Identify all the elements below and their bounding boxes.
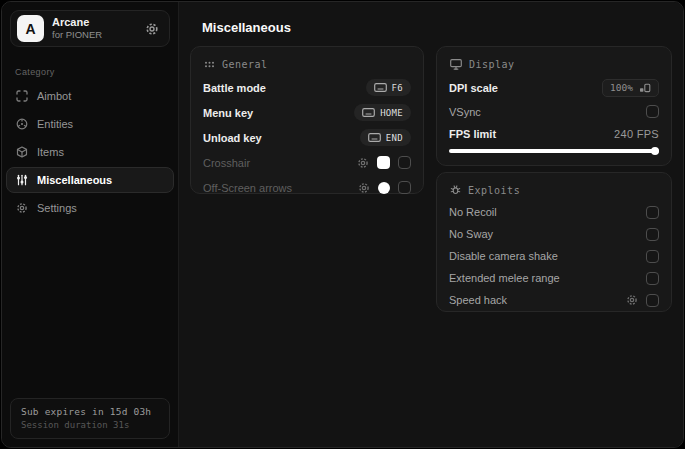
sidebar-item-label: Aimbot	[37, 90, 71, 102]
setting-row-disable-camera-shake: Disable camera shake	[449, 245, 659, 267]
gear-icon	[16, 202, 28, 214]
setting-row-speed-hack: Speed hack	[449, 289, 659, 311]
exploits-panel: Exploits No Recoil No Sway Disable camer…	[436, 172, 672, 312]
setting-controls	[626, 294, 659, 307]
keybind-badge[interactable]: END	[360, 129, 411, 146]
category-label: Category	[15, 67, 178, 77]
logo-letter: A	[25, 21, 35, 37]
keyboard-icon	[362, 108, 375, 117]
panel-header-label: Display	[469, 59, 515, 70]
display-panel: Display DPI scale 100% VSync FPS limit 2…	[436, 46, 672, 166]
panel-header-label: General	[222, 59, 268, 70]
crosshair-checkbox[interactable]	[398, 156, 411, 169]
setting-label: DPI scale	[449, 82, 498, 94]
sidebar-item-entities[interactable]: Entities	[6, 111, 174, 137]
setting-label: Speed hack	[449, 294, 507, 306]
setting-row-battle-mode: Battle mode F6	[203, 75, 411, 100]
app-logo: A	[17, 15, 44, 42]
dpi-scale-value: 100%	[610, 82, 633, 93]
setting-row-fps-limit: FPS limit 240 FPS	[449, 123, 659, 144]
dpi-scale-select[interactable]: 100%	[602, 79, 659, 97]
app-name: Arcane	[52, 16, 137, 30]
setting-label: VSync	[449, 106, 481, 118]
subscription-info: Sub expires in 15d 03h Session duration …	[10, 398, 170, 439]
setting-label: Disable camera shake	[449, 250, 558, 262]
offscreen-arrows-checkbox[interactable]	[398, 181, 411, 194]
setting-label: Crosshair	[203, 157, 250, 169]
setting-row-offscreen-arrows: Off-Screen arrows	[203, 175, 411, 200]
gear-icon[interactable]	[358, 182, 370, 194]
setting-row-no-recoil: No Recoil	[449, 201, 659, 223]
panel-header-label: Exploits	[468, 185, 520, 196]
grid-icon	[204, 59, 215, 70]
monitor-icon	[450, 59, 462, 70]
main-content: Miscellaneous General Battle mode F6	[179, 2, 683, 447]
setting-label: Extended melee range	[449, 272, 560, 284]
disable-camera-shake-checkbox[interactable]	[646, 250, 659, 263]
radar-icon	[16, 118, 28, 130]
setting-label: Battle mode	[203, 82, 266, 94]
keybind-badge[interactable]: HOME	[354, 104, 411, 121]
slider-fill	[449, 149, 659, 153]
setting-label: FPS limit	[449, 128, 496, 140]
page-title: Miscellaneous	[202, 20, 291, 35]
setting-controls	[357, 156, 411, 169]
scale-icon	[639, 83, 651, 93]
keyboard-icon	[368, 133, 381, 142]
setting-controls	[358, 181, 411, 194]
display-panel-header: Display	[450, 59, 659, 70]
sidebar-item-label: Entities	[37, 118, 73, 130]
keybind-value: F6	[392, 83, 403, 93]
bug-icon	[450, 185, 461, 196]
keybind-value: END	[386, 133, 403, 143]
setting-row-no-sway: No Sway	[449, 223, 659, 245]
no-sway-checkbox[interactable]	[646, 228, 659, 241]
setting-row-unload-key: Unload key END	[203, 125, 411, 150]
session-duration-text: Session duration 31s	[21, 420, 159, 430]
general-panel: General Battle mode F6 Menu key HOME	[190, 46, 424, 194]
sidebar-item-label: Miscellaneous	[37, 174, 112, 186]
speed-hack-checkbox[interactable]	[646, 294, 659, 307]
sidebar-item-label: Items	[37, 146, 64, 158]
gear-icon[interactable]	[626, 294, 638, 306]
sidebar-nav: Aimbot Entities Items Miscellaneous	[2, 83, 178, 221]
app-title-block: Arcane for PIONER	[52, 16, 137, 42]
fps-limit-value: 240 FPS	[614, 128, 659, 140]
app-window: A Arcane for PIONER Category Aimbot	[1, 1, 684, 448]
sidebar-item-items[interactable]: Items	[6, 139, 174, 165]
general-panel-header: General	[204, 59, 411, 70]
exploits-panel-header: Exploits	[450, 185, 659, 196]
sidebar-item-label: Settings	[37, 202, 77, 214]
setting-label: Off-Screen arrows	[203, 182, 292, 194]
sidebar-item-settings[interactable]: Settings	[6, 195, 174, 221]
setting-row-crosshair: Crosshair	[203, 150, 411, 175]
gear-icon[interactable]	[357, 157, 369, 169]
scan-icon	[16, 90, 28, 102]
app-header-card: A Arcane for PIONER	[10, 10, 170, 47]
extended-melee-range-checkbox[interactable]	[646, 272, 659, 285]
sidebar-item-miscellaneous[interactable]: Miscellaneous	[6, 167, 174, 193]
setting-label: No Recoil	[449, 206, 497, 218]
sliders-icon	[16, 174, 28, 186]
fps-limit-slider[interactable]	[449, 149, 659, 153]
keybind-value: HOME	[380, 108, 403, 118]
setting-row-extended-melee-range: Extended melee range	[449, 267, 659, 289]
keybind-badge[interactable]: F6	[366, 79, 411, 96]
gear-icon[interactable]	[145, 22, 159, 36]
vsync-checkbox[interactable]	[646, 105, 659, 118]
color-swatch[interactable]	[377, 156, 390, 169]
sub-expires-text: Sub expires in 15d 03h	[21, 406, 159, 417]
cube-icon	[16, 146, 28, 158]
setting-row-menu-key: Menu key HOME	[203, 100, 411, 125]
color-swatch[interactable]	[378, 182, 390, 194]
slider-thumb[interactable]	[651, 147, 659, 155]
setting-label: No Sway	[449, 228, 493, 240]
no-recoil-checkbox[interactable]	[646, 206, 659, 219]
setting-row-vsync: VSync	[449, 100, 659, 123]
setting-row-dpi-scale: DPI scale 100%	[449, 75, 659, 100]
sidebar-item-aimbot[interactable]: Aimbot	[6, 83, 174, 109]
setting-label: Menu key	[203, 107, 253, 119]
app-subtitle: for PIONER	[52, 29, 137, 41]
sidebar: A Arcane for PIONER Category Aimbot	[2, 2, 179, 447]
keyboard-icon	[374, 83, 387, 92]
